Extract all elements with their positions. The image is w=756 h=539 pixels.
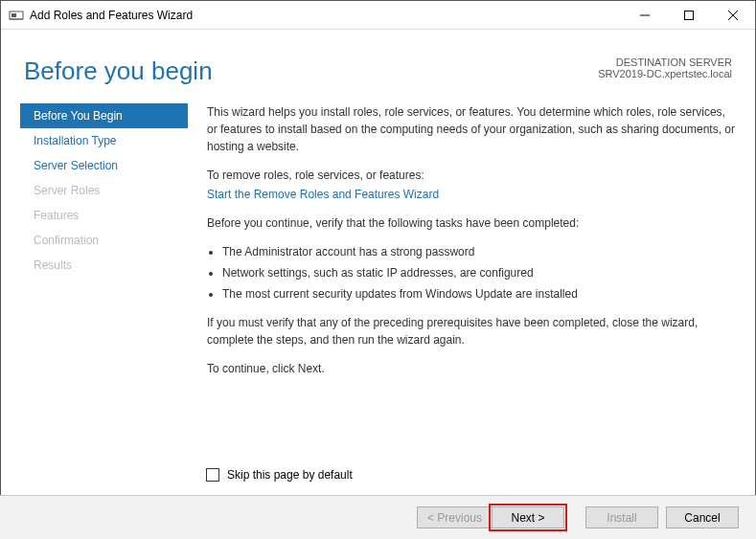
skip-row: Skip this page by default <box>206 468 353 482</box>
skip-label: Skip this page by default <box>227 468 353 482</box>
remove-lead-text: To remove roles, role services, or featu… <box>207 167 736 184</box>
continue-note-text: To continue, click Next. <box>207 360 736 377</box>
maximize-button[interactable] <box>667 1 711 30</box>
sidebar: Before You Begin Installation Type Serve… <box>20 103 188 389</box>
titlebar: Add Roles and Features Wizard <box>1 1 755 30</box>
svg-rect-4 <box>685 11 694 19</box>
intro-text: This wizard helps you install roles, rol… <box>207 103 736 155</box>
sidebar-item-before-you-begin[interactable]: Before You Begin <box>20 103 188 128</box>
content: Before You Begin Installation Type Serve… <box>1 103 755 389</box>
cancel-button[interactable]: Cancel <box>666 506 739 528</box>
sidebar-item-results: Results <box>20 253 188 278</box>
remove-wizard-link[interactable]: Start the Remove Roles and Features Wiza… <box>207 188 439 201</box>
prereq-item: The Administrator account has a strong p… <box>222 243 736 260</box>
page-title: Before you begin <box>24 56 213 86</box>
header: Before you begin DESTINATION SERVER SRV2… <box>1 30 755 103</box>
svg-rect-1 <box>11 13 16 17</box>
prereq-item: The most current security updates from W… <box>222 285 736 303</box>
sidebar-item-server-selection[interactable]: Server Selection <box>20 153 188 178</box>
close-button[interactable] <box>711 1 755 30</box>
window-controls <box>623 1 755 30</box>
install-button: Install <box>585 506 658 528</box>
window-title: Add Roles and Features Wizard <box>30 9 193 22</box>
server-manager-icon <box>9 8 24 23</box>
next-button[interactable]: Next > <box>492 506 564 528</box>
prereq-item: Network settings, such as static IP addr… <box>222 264 736 281</box>
minimize-button[interactable] <box>623 1 667 30</box>
destination-block: DESTINATION SERVER SRV2019-DC.xpertstec.… <box>598 56 732 86</box>
previous-button: < Previous <box>417 506 492 528</box>
sidebar-item-features: Features <box>20 203 188 228</box>
footer: < Previous Next > Install Cancel <box>0 495 756 539</box>
main-panel: This wizard helps you install roles, rol… <box>188 103 736 389</box>
nav-button-pair: < Previous Next > <box>417 506 564 528</box>
skip-checkbox[interactable] <box>206 468 219 482</box>
destination-label: DESTINATION SERVER <box>598 56 732 68</box>
verify-lead-text: Before you continue, verify that the fol… <box>207 214 736 232</box>
sidebar-item-confirmation: Confirmation <box>20 228 188 253</box>
destination-value: SRV2019-DC.xpertstec.local <box>598 68 732 79</box>
sidebar-item-installation-type[interactable]: Installation Type <box>20 128 188 153</box>
sidebar-item-server-roles: Server Roles <box>20 178 188 203</box>
prereq-list: The Administrator account has a strong p… <box>207 243 736 303</box>
prereq-note-text: If you must verify that any of the prece… <box>207 314 736 348</box>
